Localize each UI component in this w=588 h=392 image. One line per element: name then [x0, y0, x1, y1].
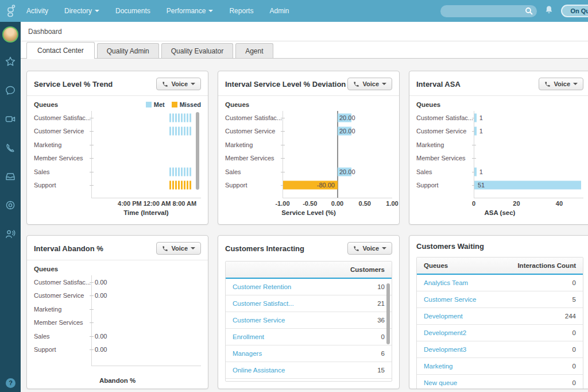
queue-link[interactable]: Customer Service — [424, 296, 476, 303]
queue-label: Marketing — [416, 138, 474, 152]
queue-link[interactable]: Online Assistance — [233, 367, 285, 374]
v-scrollbar[interactable] — [196, 112, 199, 190]
nav-item-directory[interactable]: Directory — [64, 7, 99, 15]
axis-tick-label: 20 — [513, 200, 520, 207]
search-icon[interactable] — [525, 7, 533, 17]
tick-mark — [187, 113, 188, 122]
bar — [474, 181, 581, 190]
queue-link[interactable]: Customer Satisfact... — [233, 300, 294, 307]
queue-label: Support — [34, 343, 91, 357]
queue-link[interactable]: Analytics Team — [424, 279, 468, 286]
status-badge[interactable]: On Queue — [561, 5, 588, 17]
count-value: 5 — [572, 296, 576, 303]
bar-label: 0.00 — [95, 346, 107, 353]
tick-mark — [169, 167, 171, 176]
category-axis: Customer Satisfac...Customer ServiceMark… — [416, 111, 474, 198]
voice-filter-button[interactable]: Voice — [156, 242, 201, 255]
tick-mark — [178, 127, 180, 136]
tick-cluster — [169, 181, 191, 190]
plot-row — [283, 138, 392, 152]
queue-link[interactable]: New queue — [424, 379, 457, 386]
x-axis-ticks — [91, 366, 201, 375]
queue-label: Customer Satisfac... — [416, 111, 474, 125]
queue-link[interactable]: Managers — [233, 350, 262, 357]
axis-tick-label: 8:00 AM — [172, 200, 196, 207]
favorites-star-icon[interactable] — [5, 56, 16, 67]
plot-row: 0.00 — [92, 329, 201, 343]
nav-item-reports[interactable]: Reports — [229, 7, 253, 15]
queue-link[interactable]: Development3 — [424, 346, 466, 353]
tick-mark — [169, 127, 171, 136]
inbox-icon[interactable] — [5, 171, 16, 182]
avatar[interactable] — [2, 26, 18, 43]
voice-filter-button[interactable]: Voice — [347, 78, 392, 90]
sidebar: ? — [0, 22, 21, 392]
chart-header-row: QueuesMetMissed — [34, 99, 201, 110]
nav-item-performance[interactable]: Performance — [167, 7, 214, 15]
plot-row: 1 — [474, 111, 583, 125]
tick-mark — [181, 113, 183, 122]
tick-mark — [181, 127, 183, 136]
bar-label: 1 — [479, 128, 483, 134]
queue-row: Managers6 — [226, 345, 392, 362]
legend-swatch — [172, 102, 177, 107]
queue-link[interactable]: Customer Retention — [233, 283, 291, 290]
x-axis-title: Abandon % — [34, 375, 201, 384]
voice-filter-button[interactable]: Voice — [156, 78, 201, 90]
tick-cluster — [169, 167, 191, 176]
queue-label: Marketing — [34, 138, 91, 152]
tick-mark — [169, 113, 171, 122]
queue-link[interactable]: Development — [424, 313, 463, 320]
tick-mark — [175, 113, 177, 122]
voice-filter-button[interactable]: Voice — [539, 78, 583, 90]
queue-label: Marketing — [225, 138, 283, 152]
panel-title: Interval Service Level % Deviation — [225, 80, 346, 89]
tab-contact-center[interactable]: Contact Center — [26, 42, 95, 59]
count-value: 10 — [377, 283, 385, 290]
count-value: 36 — [377, 317, 385, 324]
category-axis: Customer Satisfac...Customer ServiceMark… — [225, 111, 283, 198]
legend-label: Missed — [180, 101, 201, 108]
notifications-bell-icon[interactable] — [544, 5, 554, 17]
nav-item-admin[interactable]: Admin — [269, 7, 289, 15]
tab-quality-admin[interactable]: Quality Admin — [97, 43, 159, 59]
global-search[interactable] — [440, 5, 537, 17]
chart-group-label: Queues — [225, 101, 249, 108]
plot-area — [91, 111, 201, 198]
queue-link[interactable]: Development2 — [424, 329, 466, 336]
chat-icon[interactable] — [5, 85, 16, 95]
tick-mark — [184, 181, 185, 190]
count-value: 15 — [377, 367, 385, 374]
help-icon[interactable]: ? — [6, 378, 16, 388]
search-input[interactable] — [446, 5, 523, 18]
queue-label: Customer Service — [34, 289, 91, 303]
top-navigation-bar: ActivityDirectoryDocumentsPerformanceRep… — [0, 0, 588, 22]
tab-quality-evaluator[interactable]: Quality Evaluator — [161, 43, 233, 59]
v-scrollbar[interactable] — [386, 283, 390, 344]
relate-target-icon[interactable] — [5, 200, 16, 210]
queue-label: Member Services — [34, 152, 91, 166]
chart-body: Customer Satisfac...Customer ServiceMark… — [34, 275, 201, 366]
tick-mark — [175, 167, 177, 176]
plot-row — [92, 316, 201, 330]
phone-icon[interactable] — [5, 143, 16, 153]
queue-link[interactable]: Enrollment — [233, 333, 264, 340]
tab-agent[interactable]: Agent — [235, 43, 273, 59]
queue-link[interactable]: Marketing — [424, 363, 453, 370]
truncated-row — [226, 378, 392, 381]
video-icon[interactable] — [5, 114, 16, 124]
queue-label: Support — [34, 179, 91, 193]
bar-label: 1 — [479, 114, 483, 121]
plot-area: 11151 — [474, 111, 583, 198]
queue-row: Online Assistance15 — [226, 362, 392, 378]
nav-item-activity[interactable]: Activity — [26, 7, 48, 15]
count-value: 0 — [572, 363, 576, 370]
app-logo-icon[interactable] — [0, 0, 22, 22]
panel-customers-waiting: Customers Waiting QueuesInteractions Cou… — [409, 235, 588, 389]
legend-swatch — [146, 102, 152, 107]
agent-audio-icon[interactable] — [5, 229, 16, 239]
voice-filter-button[interactable]: Voice — [347, 242, 392, 255]
nav-item-documents[interactable]: Documents — [115, 7, 150, 15]
queue-link[interactable]: Customer Service — [233, 317, 285, 324]
queue-label: Marketing — [34, 302, 91, 316]
